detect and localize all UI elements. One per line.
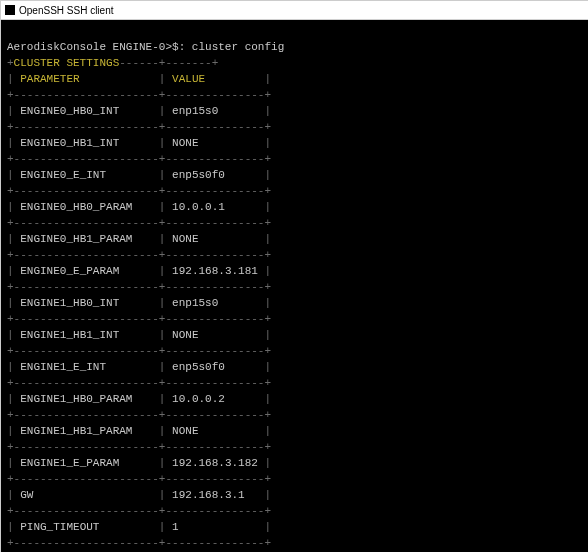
value: enp15s0 (172, 105, 258, 117)
value: 192.168.3.181 (172, 265, 258, 277)
value: enp15s0 (172, 297, 258, 309)
cluster-settings-title: CLUSTER SETTINGS (14, 57, 120, 69)
param: GW (20, 489, 152, 501)
param: ENGINE0_HB1_INT (20, 137, 152, 149)
param: ENGINE1_E_PARAM (20, 457, 152, 469)
value: NONE (172, 425, 258, 437)
param: ENGINE0_HB1_PARAM (20, 233, 152, 245)
param: ENGINE1_HB1_INT (20, 329, 152, 341)
param: ENGINE1_HB0_PARAM (20, 393, 152, 405)
cluster-settings-block: +CLUSTER SETTINGS------+-------+ | PARAM… (7, 55, 583, 552)
param: PING_TIMEOUT (20, 521, 152, 533)
value: 192.168.3.182 (172, 457, 258, 469)
prompt-line: AerodiskConsole ENGINE-0>$: cluster conf… (7, 41, 284, 53)
param: ENGINE1_E_INT (20, 361, 152, 373)
titlebar[interactable]: OpenSSH SSH client (1, 1, 588, 20)
col-value: VALUE (172, 73, 205, 85)
window-title: OpenSSH SSH client (19, 5, 114, 16)
value: NONE (172, 329, 258, 341)
param: ENGINE1_HB1_PARAM (20, 425, 152, 437)
param: ENGINE0_E_PARAM (20, 265, 152, 277)
terminal-output[interactable]: AerodiskConsole ENGINE-0>$: cluster conf… (1, 20, 588, 552)
terminal-icon (5, 5, 15, 15)
value: 10.0.0.2 (172, 393, 258, 405)
value: enp5s0f0 (172, 361, 258, 373)
value: enp5s0f0 (172, 169, 258, 181)
col-parameter: PARAMETER (20, 73, 79, 85)
value: NONE (172, 233, 258, 245)
app-window: OpenSSH SSH client AerodiskConsole ENGIN… (0, 0, 588, 552)
value: NONE (172, 137, 258, 149)
value: 1 (172, 521, 258, 533)
param: ENGINE0_HB0_PARAM (20, 201, 152, 213)
value: 10.0.0.1 (172, 201, 258, 213)
param: ENGINE1_HB0_INT (20, 297, 152, 309)
value: 192.168.3.1 (172, 489, 258, 501)
param: ENGINE0_E_INT (20, 169, 152, 181)
param: ENGINE0_HB0_INT (20, 105, 152, 117)
